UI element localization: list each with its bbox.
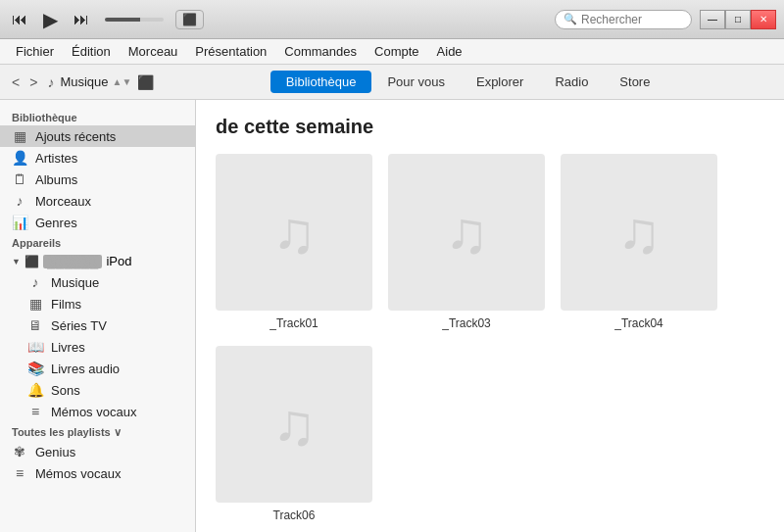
music-note-icon: ♫ (617, 199, 662, 266)
breadcrumb: Musique ▲▼ (60, 74, 131, 89)
track-name-1: _Track03 (442, 316, 491, 330)
music-note-icon: ♫ (272, 199, 317, 266)
music-note-icon: ♫ (272, 391, 317, 459)
tab-radio[interactable]: Radio (539, 71, 604, 93)
track-item[interactable]: ♫ _Track04 (561, 154, 717, 330)
menu-presentation[interactable]: Présentation (187, 42, 274, 61)
appareils-section-title: Appareils (0, 233, 195, 251)
sidebar-item-albums[interactable]: 🗒 Albums (0, 169, 195, 190)
livres-audio-label: Livres audio (51, 362, 120, 376)
nav-forward[interactable]: > (25, 74, 41, 90)
sidebar-item-morceaux[interactable]: ♪ Morceaux (0, 190, 195, 212)
genius-icon: ✾ (12, 444, 27, 459)
livres-icon: 📖 (27, 339, 43, 355)
main-layout: Bibliothèque ▦ Ajouts récents 👤 Artistes… (0, 100, 784, 532)
sidebar-item-ajouts-recents[interactable]: ▦ Ajouts récents (0, 125, 195, 147)
nav-back[interactable]: < (8, 74, 24, 90)
track-name-0: _Track01 (270, 316, 318, 330)
add-button[interactable]: ⬛ (137, 74, 154, 90)
music-icon: ♪ (47, 74, 54, 90)
tab-bibliotheque[interactable]: Bibliothèque (270, 71, 372, 93)
breadcrumb-arrow: ▲▼ (113, 76, 132, 87)
livres-audio-icon: 📚 (27, 361, 43, 376)
playlists-section-title[interactable]: Toutes les playlists ∨ (0, 422, 195, 441)
music-note-icon: ♫ (445, 199, 489, 266)
films-icon: ▦ (27, 296, 43, 312)
nav-arrows: < > (8, 74, 41, 90)
tab-explorer[interactable]: Explorer (461, 71, 539, 93)
sidebar-item-series-tv[interactable]: 🖥 Séries TV (0, 314, 195, 336)
sons-label: Sons (51, 383, 80, 398)
menu-compte[interactable]: Compte (367, 42, 427, 61)
ajouts-recents-icon: ▦ (12, 128, 27, 144)
device-triangle-icon: ▼ (12, 257, 21, 266)
menu-edition[interactable]: Édition (64, 42, 119, 61)
sidebar-item-genius[interactable]: ✾ Genius (0, 441, 195, 462)
livres-label: Livres (51, 340, 85, 355)
genres-icon: 📊 (12, 215, 27, 230)
tab-pour-vous[interactable]: Pour vous (371, 71, 461, 93)
morceaux-label: Morceaux (35, 194, 91, 209)
sidebar-item-livres-audio[interactable]: 📚 Livres audio (0, 358, 195, 379)
volume-slider[interactable] (105, 18, 164, 22)
search-box[interactable]: 🔍 (555, 10, 692, 29)
search-icon: 🔍 (564, 13, 577, 25)
sidebar-item-films[interactable]: ▦ Films (0, 293, 195, 314)
track-thumb-0: ♫ (216, 154, 372, 311)
sidebar-item-sons[interactable]: 🔔 Sons (0, 379, 195, 401)
track-thumb-1: ♫ (388, 154, 545, 311)
menu-commandes[interactable]: Commandes (276, 42, 365, 61)
albums-icon: 🗒 (12, 171, 27, 187)
search-input[interactable] (581, 13, 683, 26)
breadcrumb-text: Musique (60, 74, 108, 89)
fastforward-btn[interactable]: ⏭ (70, 11, 93, 28)
menu-morceau[interactable]: Morceau (121, 42, 186, 61)
play-btn[interactable]: ▶ (39, 8, 62, 31)
track-thumb-2: ♫ (561, 154, 717, 311)
bibliotheque-section-title: Bibliothèque (0, 108, 195, 125)
sidebar-item-memos-vocaux-device[interactable]: ≡ Mémos vocaux (0, 401, 195, 422)
track-item[interactable]: ♫ _Track03 (388, 154, 545, 330)
device-icon: ⬛ (24, 255, 39, 268)
sidebar-item-memos-vocaux[interactable]: ≡ Mémos vocaux (0, 462, 195, 484)
content-title: de cette semaine (216, 116, 764, 138)
sidebar-item-musique[interactable]: ♪ Musique (0, 271, 195, 293)
morceaux-icon: ♪ (12, 193, 27, 209)
films-label: Films (51, 297, 81, 312)
sidebar-item-artistes[interactable]: 👤 Artistes (0, 147, 195, 169)
minimize-btn[interactable]: — (700, 10, 725, 29)
musique-icon: ♪ (27, 274, 43, 290)
track-item[interactable]: ♫ Track06 (216, 346, 372, 522)
device-type: iPod (106, 254, 131, 268)
track-name-3: Track06 (273, 508, 316, 522)
track-item[interactable]: ♫ _Track01 (216, 154, 372, 330)
tracks-grid: ♫ _Track01 ♫ _Track03 ♫ _Track04 ♫ (216, 154, 764, 522)
device-row[interactable]: ▼ ⬛ ▓▓▓▓▓▓ iPod (0, 251, 195, 271)
series-icon: 🖥 (27, 317, 43, 333)
track-thumb-3: ♫ (216, 346, 372, 503)
memos-label: Mémos vocaux (35, 466, 121, 481)
artistes-label: Artistes (35, 151, 77, 166)
menubar: Fichier Édition Morceau Présentation Com… (0, 39, 784, 65)
albums-label: Albums (35, 172, 77, 187)
window-controls: — □ ✕ (700, 10, 776, 29)
rewind-btn[interactable]: ⏮ (8, 11, 31, 28)
maximize-btn[interactable]: □ (725, 10, 751, 29)
series-label: Séries TV (51, 318, 107, 333)
musique-label: Musique (51, 275, 99, 290)
sidebar-item-livres[interactable]: 📖 Livres (0, 336, 195, 358)
genius-label: Genius (35, 445, 75, 459)
sidebar-item-genres[interactable]: 📊 Genres (0, 212, 195, 233)
menu-fichier[interactable]: Fichier (8, 42, 62, 61)
track-name-2: _Track04 (614, 316, 663, 330)
tab-store[interactable]: Store (604, 71, 665, 93)
close-btn[interactable]: ✕ (751, 10, 776, 29)
airplay-btn[interactable]: ⬛ (175, 10, 204, 29)
sons-icon: 🔔 (27, 382, 43, 398)
menu-aide[interactable]: Aide (429, 42, 470, 61)
airplay-icon: ⬛ (182, 13, 197, 26)
memos-device-label: Mémos vocaux (51, 405, 136, 419)
content-area: de cette semaine ♫ _Track01 ♫ _Track03 ♫… (196, 100, 784, 532)
nav-tabs: Bibliothèque Pour vous Explorer Radio St… (160, 71, 776, 93)
memos-icon: ≡ (12, 465, 27, 481)
